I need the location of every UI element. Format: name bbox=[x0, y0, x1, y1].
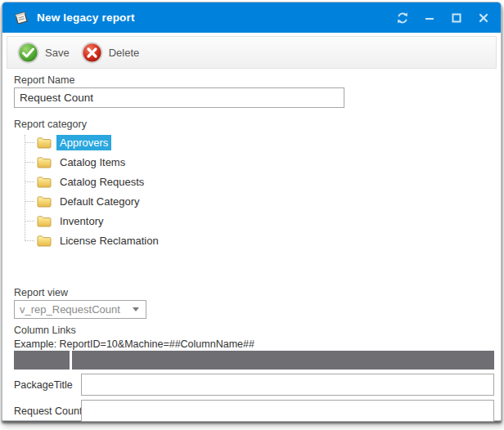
tree-item-default-category[interactable]: Default Category bbox=[14, 191, 259, 211]
request-count-input[interactable] bbox=[81, 400, 494, 422]
tree-item-catalog-requests[interactable]: Catalog Requests bbox=[14, 172, 259, 191]
save-check-icon bbox=[17, 42, 39, 64]
report-category-label: Report category bbox=[14, 119, 87, 130]
report-view-value: v_rep_RequestCount bbox=[20, 303, 133, 316]
report-name-label: Report Name bbox=[14, 74, 74, 86]
delete-button[interactable]: Delete bbox=[81, 42, 140, 64]
title-bar: New legacy report bbox=[2, 2, 501, 33]
save-label: Save bbox=[45, 47, 70, 59]
window-controls bbox=[396, 11, 490, 25]
tree-item-label: Inventory bbox=[56, 213, 106, 229]
close-icon[interactable] bbox=[477, 11, 490, 25]
packagetitle-input[interactable] bbox=[81, 374, 494, 396]
tree-branch-line bbox=[25, 201, 34, 202]
tree-item-approvers[interactable]: Approvers bbox=[14, 132, 259, 152]
row-label-packagetitle: PackageTitle bbox=[14, 379, 73, 391]
tree-item-label: Default Category bbox=[56, 194, 143, 209]
refresh-icon[interactable] bbox=[396, 11, 409, 25]
folder-icon bbox=[37, 195, 52, 208]
folder-icon bbox=[37, 215, 52, 227]
tree-item-label: Catalog Requests bbox=[56, 174, 147, 190]
delete-x-icon bbox=[81, 42, 103, 64]
row-label-request-count: Request Count bbox=[14, 405, 82, 417]
notepad-pencil-icon bbox=[13, 11, 29, 25]
tree-item-inventory[interactable]: Inventory bbox=[14, 211, 259, 231]
tree-item-label: License Reclamation bbox=[56, 233, 162, 249]
dialog-window: New legacy report bbox=[2, 2, 502, 421]
folder-icon bbox=[37, 176, 52, 188]
report-view-label: Report view bbox=[14, 287, 68, 298]
chevron-down-icon bbox=[133, 307, 139, 311]
report-category-tree: Approvers Catalog Items Catalog Requests… bbox=[14, 132, 259, 250]
tree-branch-line bbox=[25, 162, 34, 163]
column-links-example: Example: ReportID=10&Machine=##ColumnNam… bbox=[14, 338, 254, 350]
save-button[interactable]: Save bbox=[17, 42, 70, 64]
toolbar: Save Delete bbox=[7, 36, 497, 69]
folder-icon bbox=[37, 235, 52, 247]
header-cell-value bbox=[72, 351, 494, 370]
tree-item-license-reclamation[interactable]: License Reclamation bbox=[14, 231, 259, 250]
tree-branch-line bbox=[25, 240, 34, 241]
delete-label: Delete bbox=[109, 47, 140, 59]
tree-item-label: Catalog Items bbox=[56, 155, 128, 170]
window-title: New legacy report bbox=[37, 11, 135, 24]
column-links-label: Column Links bbox=[14, 325, 76, 336]
minimize-icon[interactable] bbox=[423, 11, 436, 25]
tree-item-label: Approvers bbox=[56, 135, 111, 150]
column-links-table-header bbox=[14, 351, 494, 370]
tree-branch-line bbox=[25, 181, 34, 182]
report-name-input[interactable] bbox=[14, 87, 344, 108]
tree-branch-line bbox=[25, 142, 34, 143]
folder-icon bbox=[37, 156, 52, 168]
header-cell-name bbox=[14, 351, 70, 370]
folder-icon bbox=[37, 137, 52, 149]
maximize-icon[interactable] bbox=[450, 11, 463, 25]
tree-item-catalog-items[interactable]: Catalog Items bbox=[14, 152, 259, 172]
tree-branch-line bbox=[25, 221, 34, 222]
report-view-dropdown[interactable]: v_rep_RequestCount bbox=[14, 300, 146, 319]
